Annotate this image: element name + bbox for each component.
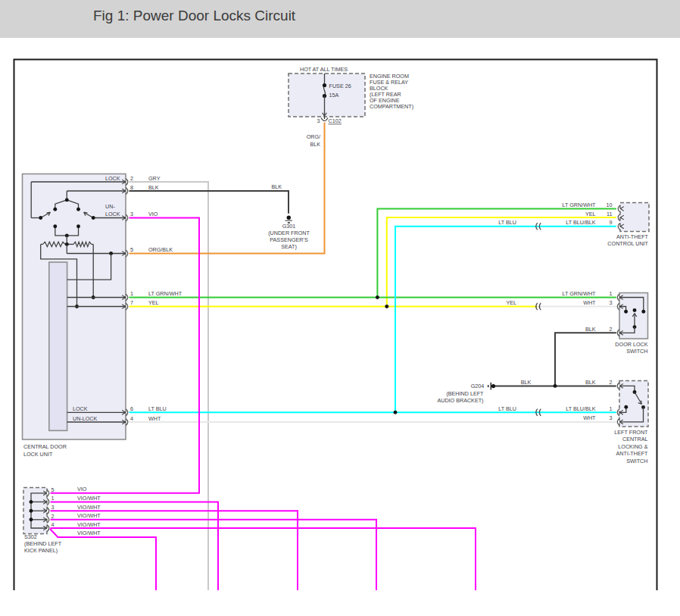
svg-text:WHT: WHT: [148, 415, 161, 422]
svg-text:4: 4: [51, 521, 55, 528]
svg-text:LT BLU: LT BLU: [498, 219, 516, 226]
svg-text:(BEHIND LEFT: (BEHIND LEFT: [24, 540, 62, 547]
svg-text:(BEHIND LEFT: (BEHIND LEFT: [446, 390, 484, 397]
svg-text:VIO/WHT: VIO/WHT: [77, 530, 101, 536]
svg-text:1: 1: [130, 290, 133, 297]
svg-text:3: 3: [130, 211, 133, 217]
svg-text:LOCK UNIT: LOCK UNIT: [23, 451, 53, 458]
svg-text:1: 1: [610, 405, 613, 412]
svg-text:LOCK: LOCK: [105, 211, 120, 217]
svg-text:ANTI-THEFT: ANTI-THEFT: [616, 450, 649, 457]
svg-text:3: 3: [610, 414, 613, 421]
svg-text:Fig 1: Power Door Locks Circui: Fig 1: Power Door Locks Circuit: [93, 8, 296, 23]
svg-text:3: 3: [317, 117, 320, 124]
svg-text:LT BLU: LT BLU: [148, 405, 167, 412]
svg-text:CONTROL UNIT: CONTROL UNIT: [607, 240, 648, 247]
svg-text:VIO: VIO: [77, 486, 87, 492]
svg-text:COMPARTMENT): COMPARTMENT): [370, 103, 413, 110]
svg-text:HOT AT ALL TIMES: HOT AT ALL TIMES: [300, 66, 348, 73]
svg-text:C102: C102: [329, 117, 342, 124]
svg-text:YEL: YEL: [148, 299, 159, 306]
svg-text:3: 3: [610, 299, 613, 306]
svg-text:CENTRAL DOOR: CENTRAL DOOR: [23, 443, 67, 450]
svg-text:ORG/BLK: ORG/BLK: [148, 246, 173, 253]
svg-text:PASSENGER'S: PASSENGER'S: [270, 236, 308, 243]
svg-text:9: 9: [610, 219, 613, 226]
svg-text:UN-: UN-: [105, 203, 115, 210]
svg-text:WHT: WHT: [583, 299, 596, 306]
svg-text:1: 1: [610, 290, 613, 297]
svg-text:1: 1: [51, 495, 55, 502]
svg-text:LOCK: LOCK: [73, 405, 88, 412]
svg-text:YEL: YEL: [585, 211, 596, 217]
svg-text:VIO/WHT: VIO/WHT: [77, 504, 101, 511]
svg-text:2: 2: [130, 175, 133, 182]
svg-text:DOOR LOCK: DOOR LOCK: [615, 341, 647, 348]
svg-text:BLK: BLK: [521, 379, 532, 386]
svg-text:VIO/WHT: VIO/WHT: [77, 495, 101, 502]
svg-text:UN-LOCK: UN-LOCK: [73, 415, 98, 422]
svg-text:LOCKING &: LOCKING &: [618, 443, 647, 450]
svg-text:4: 4: [130, 415, 133, 422]
svg-text:WHT: WHT: [583, 414, 596, 421]
svg-text:11: 11: [607, 211, 612, 217]
svg-text:6: 6: [130, 405, 133, 412]
svg-text:CENTRAL: CENTRAL: [622, 436, 648, 442]
svg-text:(UNDER FRONT: (UNDER FRONT: [268, 230, 310, 236]
svg-text:SWITCH: SWITCH: [626, 348, 647, 355]
svg-text:LT BLU/BLK: LT BLU/BLK: [566, 219, 595, 226]
svg-text:ORG/: ORG/: [307, 133, 320, 140]
svg-text:VIO: VIO: [148, 211, 158, 217]
svg-text:FUSE 26: FUSE 26: [329, 83, 351, 89]
svg-text:LT BLU/BLK: LT BLU/BLK: [566, 405, 595, 412]
svg-text:ANTI-THEFT: ANTI-THEFT: [616, 233, 649, 240]
svg-text:LT BLU: LT BLU: [498, 405, 516, 412]
svg-text:15A: 15A: [329, 92, 339, 98]
svg-text:LT GRN/WHT: LT GRN/WHT: [148, 290, 182, 297]
svg-text:G204: G204: [471, 383, 485, 389]
svg-text:G301: G301: [282, 223, 296, 230]
svg-text:SEAT): SEAT): [281, 243, 297, 250]
svg-text:LOCK: LOCK: [105, 175, 120, 182]
svg-text:VIO/WHT: VIO/WHT: [77, 512, 101, 519]
svg-text:5: 5: [51, 486, 55, 493]
svg-text:7: 7: [130, 299, 133, 306]
svg-text:2: 2: [610, 326, 613, 333]
svg-text:SWITCH: SWITCH: [626, 458, 647, 464]
svg-text:KICK PANEL): KICK PANEL): [24, 547, 58, 554]
svg-text:8: 8: [130, 184, 133, 191]
svg-text:2: 2: [610, 379, 613, 386]
svg-text:BLK: BLK: [271, 183, 282, 190]
svg-text:2: 2: [51, 513, 55, 520]
svg-text:VIO/WHT: VIO/WHT: [77, 521, 101, 528]
svg-text:BLK: BLK: [585, 379, 596, 386]
svg-text:LT GRN/WHT: LT GRN/WHT: [562, 202, 596, 208]
svg-text:BLK: BLK: [148, 184, 159, 191]
svg-text:5: 5: [130, 246, 133, 253]
svg-text:GRY: GRY: [148, 175, 161, 182]
svg-text:3: 3: [51, 504, 55, 511]
svg-text:YEL: YEL: [506, 299, 516, 306]
svg-text:10: 10: [607, 202, 613, 208]
svg-text:AUDIO BRACKET): AUDIO BRACKET): [437, 397, 483, 404]
svg-text:BLK: BLK: [310, 141, 320, 148]
svg-text:BLK: BLK: [585, 326, 596, 333]
svg-text:LEFT FRONT: LEFT FRONT: [614, 429, 648, 436]
svg-text:LT GRN/WHT: LT GRN/WHT: [562, 290, 596, 297]
